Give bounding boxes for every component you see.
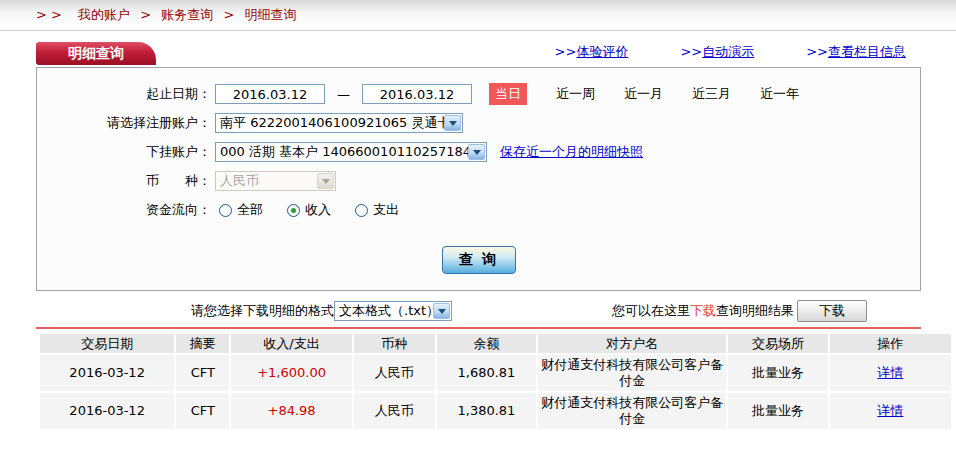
breadcrumb-item-detail-query[interactable]: 明细查询 [244, 7, 296, 22]
results-table: 交易日期 摘要 收入/支出 币种 余额 对方户名 交易场所 操作 2016-03… [38, 332, 953, 431]
query-button[interactable]: 查 询 [442, 246, 516, 274]
query-form: 起止日期： — 当日 近一周 近一月 近三月 近一年 请选择注册账户： 南平 6… [36, 67, 921, 291]
cell-summary: CFT [176, 393, 229, 429]
radio-checked-icon [287, 204, 300, 217]
cell-balance: 1,680.81 [437, 355, 536, 391]
breadcrumb: > > 我的账户 > 账务查询 > 明细查询 [36, 6, 296, 24]
cell-date: 2016-03-12 [40, 355, 174, 391]
currency-select: 人民币 [215, 171, 336, 191]
breadcrumb-separator: > [140, 7, 151, 22]
header-channel: 交易场所 [728, 334, 827, 353]
header-balance: 余额 [437, 334, 536, 353]
header-summary: 摘要 [176, 334, 229, 353]
link-view-column-info[interactable]: >>查看栏目信息 [806, 43, 906, 61]
cell-balance: 1,380.81 [437, 393, 536, 429]
download-format-label: 请您选择下载明细的格式 [191, 302, 334, 320]
save-snapshot-link[interactable]: 保存近一个月的明细快照 [500, 143, 643, 161]
fund-flow-row: 资金流向： 全部 收入 支出 [37, 199, 920, 221]
cell-counterparty: 财付通支付科技有限公司客户备付金 [538, 355, 726, 391]
quick-range-today[interactable]: 当日 [489, 83, 527, 105]
radio-icon [219, 204, 232, 217]
quick-range-year[interactable]: 近一年 [760, 85, 799, 103]
query-row: 查 询 [37, 246, 920, 274]
cell-summary: CFT [176, 355, 229, 391]
tab-row: 明细查询 >>体验评价 >>自动演示 >>查看栏目信息 [36, 41, 920, 65]
download-row: 请您选择下载明细的格式 文本格式（.txt） 您可以在这里下载查询明细结果 下载 [36, 300, 921, 322]
link-experience-review[interactable]: >>体验评价 [555, 43, 629, 61]
cell-channel: 批量业务 [728, 393, 827, 429]
cell-channel: 批量业务 [728, 355, 827, 391]
chevron-down-icon [468, 144, 485, 160]
chevron-down-icon [433, 303, 450, 319]
header-counterparty: 对方户名 [538, 334, 726, 353]
currency-row: 币 种： 人民币 [37, 170, 920, 192]
section-divider [36, 327, 921, 329]
table-header-row: 交易日期 摘要 收入/支出 币种 余额 对方户名 交易场所 操作 [40, 334, 951, 353]
cell-counterparty: 财付通支付科技有限公司客户备付金 [538, 393, 726, 429]
fund-flow-options: 全部 收入 支出 [219, 201, 399, 219]
breadcrumb-separator: > [223, 7, 234, 22]
quick-ranges: 当日 近一周 近一月 近三月 近一年 [489, 83, 799, 105]
header-currency: 币种 [354, 334, 435, 353]
header-amount: 收入/支出 [231, 334, 351, 353]
registered-account-select[interactable]: 南平 6222001406100921065 灵通卡 [215, 113, 463, 133]
detail-link[interactable]: 详情 [877, 365, 903, 380]
link-auto-demo[interactable]: >>自动演示 [680, 43, 754, 61]
registered-account-row: 请选择注册账户： 南平 6222001406100921065 灵通卡 [37, 112, 920, 134]
detail-link[interactable]: 详情 [877, 403, 903, 418]
fund-flow-label: 资金流向： [37, 201, 211, 219]
currency-label: 币 种： [37, 172, 211, 190]
top-strip: > > 我的账户 > 账务查询 > 明细查询 [0, 0, 956, 31]
download-inline-link[interactable]: 下载 [690, 302, 716, 320]
download-button[interactable]: 下载 [797, 300, 867, 322]
cell-currency: 人民币 [354, 393, 435, 429]
tab-detail-query[interactable]: 明细查询 [36, 42, 156, 65]
sub-account-select[interactable]: 000 活期 基本户 1406600101102571848 [215, 142, 487, 162]
cell-amount: +84.98 [231, 393, 351, 429]
header-date: 交易日期 [40, 334, 174, 353]
breadcrumb-item-my-account[interactable]: 我的账户 [78, 7, 130, 22]
chevron-down-icon [444, 115, 461, 131]
download-hint-pre: 您可以在这里 [612, 302, 690, 320]
sub-account-label: 下挂账户： [37, 143, 211, 161]
chevron-down-icon [317, 173, 334, 189]
quick-range-week[interactable]: 近一周 [556, 85, 595, 103]
download-format-select[interactable]: 文本格式（.txt） [334, 301, 452, 321]
cell-currency: 人民币 [354, 355, 435, 391]
sub-account-row: 下挂账户： 000 活期 基本户 1406600101102571848 保存近… [37, 141, 920, 163]
quick-range-month[interactable]: 近一月 [624, 85, 663, 103]
cell-date: 2016-03-12 [40, 393, 174, 429]
table-row: 2016-03-12 CFT +1,600.00 人民币 1,680.81 财付… [40, 355, 951, 391]
quick-range-quarter[interactable]: 近三月 [692, 85, 731, 103]
breadcrumb-item-account-query[interactable]: 账务查询 [161, 7, 213, 22]
registered-account-label: 请选择注册账户： [37, 114, 211, 132]
breadcrumb-prefix: > > [36, 7, 62, 22]
table-row: 2016-03-12 CFT +84.98 人民币 1,380.81 财付通支付… [40, 393, 951, 429]
download-hint-post: 查询明细结果 [716, 302, 794, 320]
date-range-dash: — [337, 87, 350, 102]
date-range-label: 起止日期： [37, 85, 211, 103]
radio-option-expense[interactable]: 支出 [355, 201, 399, 219]
header-action: 操作 [830, 334, 951, 353]
cell-amount: +1,600.00 [231, 355, 351, 391]
radio-icon [355, 204, 368, 217]
radio-option-all[interactable]: 全部 [219, 201, 263, 219]
date-range-row: 起止日期： — 当日 近一周 近一月 近三月 近一年 [37, 83, 920, 105]
date-to-input[interactable] [362, 84, 472, 104]
top-links: >>体验评价 >>自动演示 >>查看栏目信息 [555, 43, 906, 65]
radio-option-income[interactable]: 收入 [287, 201, 331, 219]
date-from-input[interactable] [215, 84, 325, 104]
